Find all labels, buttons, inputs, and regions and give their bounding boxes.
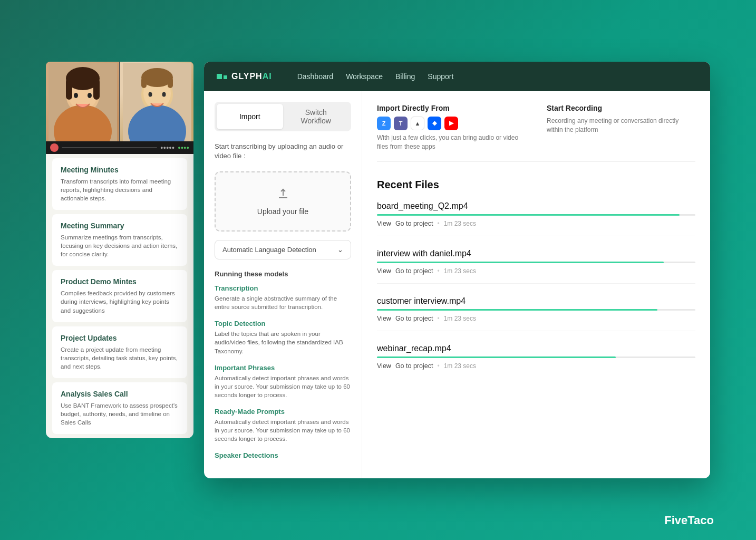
language-select[interactable]: Automatic Language Detection ⌄: [215, 240, 351, 259]
file-name: interview with daniel.mp4: [377, 249, 695, 258]
app-icon-teams[interactable]: T: [394, 117, 408, 130]
import-subtitle: Start transcribing by uploading an audio…: [215, 142, 351, 161]
svg-rect-7: [66, 79, 72, 100]
language-label: Automatic Language Detection: [222, 246, 316, 254]
file-item: board_meeting_Q2.mp4 View Go to project …: [377, 201, 695, 236]
app-icon-drive[interactable]: ▲: [411, 117, 424, 130]
workflow-card-title: Product Demo Mintes: [61, 277, 179, 286]
file-progress-bar: [377, 214, 680, 216]
app-icon-youtube[interactable]: ▶: [444, 117, 458, 130]
left-sidebar: ●●●●● ●●●● Meeting Minutes Transform tra…: [46, 62, 193, 478]
models-section-title: Running these models: [215, 270, 351, 278]
file-separator: •: [437, 220, 439, 227]
model-name: Speaker Detections: [215, 451, 351, 459]
file-project-action[interactable]: Go to project: [395, 220, 433, 227]
model-item: Ready-Made Prompts Automatically detect …: [215, 408, 351, 443]
import-directly-sub: With just a few clicks, you can bring au…: [377, 133, 526, 151]
file-view-action[interactable]: View: [377, 267, 391, 275]
file-name: board_meeting_Q2.mp4: [377, 201, 695, 211]
workflow-card-desc: Compiles feedback provided by customers …: [61, 289, 179, 314]
workflow-card-desc: Use BANT Framework to assess prospect's …: [61, 401, 179, 427]
video-controls: ●●●●● ●●●●: [46, 141, 193, 154]
file-progress: [377, 309, 695, 311]
model-item: Transcription Generate a single abstract…: [215, 284, 351, 311]
start-recording-section: Start Recording Recording any meeting or…: [547, 104, 695, 134]
svg-rect-17: [168, 78, 173, 88]
file-progress: [377, 356, 695, 358]
model-item: Topic Detection Label the topics that ar…: [215, 320, 351, 355]
file-meta: View Go to project • 1m 23 secs: [377, 362, 695, 370]
workflow-card[interactable]: Meeting Summary Summarize meetings from …: [52, 214, 187, 266]
video-frame-1: [46, 62, 119, 154]
model-name: Ready-Made Prompts: [215, 408, 351, 416]
file-view-action[interactable]: View: [377, 220, 391, 227]
workflow-card[interactable]: Product Demo Mintes Compiles feedback pr…: [52, 270, 187, 322]
import-directly-title: Import Directly From: [377, 104, 526, 112]
file-meta: View Go to project • 1m 23 secs: [377, 220, 695, 227]
logo-brand: GLYPH: [231, 72, 263, 81]
workflow-card-title: Meeting Summary: [61, 221, 179, 230]
workflow-card-desc: Transform transcripts into formal meetin…: [61, 177, 179, 202]
bottom-brand: FiveTaco: [664, 514, 714, 527]
import-directly-section: Import Directly From ZT▲◆▶ With just a f…: [377, 104, 695, 162]
logo-text: GLYPHAI: [231, 72, 272, 81]
model-name: Important Phrases: [215, 364, 351, 372]
file-view-action[interactable]: View: [377, 315, 391, 322]
workflow-card[interactable]: Analysis Sales Call Use BANT Framework t…: [52, 382, 187, 434]
file-project-action[interactable]: Go to project: [395, 267, 433, 275]
svg-point-5: [88, 93, 92, 98]
file-duration: 1m 23 secs: [444, 362, 476, 370]
logo-area: GLYPHAI: [217, 72, 272, 81]
app-window: GLYPHAI Dashboard Workspace Billing Supp…: [204, 62, 710, 478]
file-project-action[interactable]: Go to project: [395, 362, 433, 370]
models-container: Transcription Generate a single abstract…: [215, 284, 351, 459]
model-item: Important Phrases Automatically detect i…: [215, 364, 351, 399]
nav-link-workspace[interactable]: Workspace: [346, 72, 383, 81]
model-name: Topic Detection: [215, 320, 351, 327]
workflow-card-title: Meeting Minutes: [61, 166, 179, 174]
workflow-card[interactable]: Project Updates Create a project update …: [52, 326, 187, 378]
right-panel: Import Directly From ZT▲◆▶ With just a f…: [362, 91, 710, 478]
model-desc: Automatically detect important phrases a…: [215, 418, 351, 443]
file-name: webinar_recap.mp4: [377, 344, 695, 353]
import-directly-info: Import Directly From ZT▲◆▶ With just a f…: [377, 104, 526, 151]
svg-point-13: [148, 92, 152, 97]
file-progress-bar: [377, 309, 657, 311]
workflow-card-title: Analysis Sales Call: [61, 390, 179, 398]
file-view-action[interactable]: View: [377, 362, 391, 370]
file-item: webinar_recap.mp4 View Go to project • 1…: [377, 344, 695, 378]
logo-icon: [217, 73, 227, 79]
file-item: interview with daniel.mp4 View Go to pro…: [377, 249, 695, 284]
recent-files-title: Recent Files: [377, 179, 695, 191]
model-name: Transcription: [215, 284, 351, 292]
file-separator: •: [437, 362, 439, 370]
file-duration: 1m 23 secs: [444, 267, 476, 275]
model-desc: Label the topics that are spoken in your…: [215, 330, 351, 355]
model-desc: Generate a single abstractive summary of…: [215, 294, 351, 311]
workflow-card[interactable]: Meeting Minutes Transform transcripts in…: [52, 158, 187, 210]
app-icon-zoom[interactable]: Z: [377, 117, 391, 130]
app-icon-dropbox[interactable]: ◆: [428, 117, 441, 130]
nav-link-dashboard[interactable]: Dashboard: [297, 72, 334, 81]
content-area: Import Switch Workflow Start transcribin…: [204, 91, 710, 478]
file-separator: •: [437, 267, 439, 275]
nav-links: Dashboard Workspace Billing Support: [297, 72, 454, 81]
upload-icon: [226, 187, 340, 203]
upload-box[interactable]: Upload your file: [215, 171, 351, 232]
logo-ai: AI: [263, 72, 272, 81]
start-recording-desc: Recording any meeting or conversation di…: [547, 117, 695, 134]
file-duration: 1m 23 secs: [444, 220, 476, 227]
workflow-card-desc: Create a project update from meeting tra…: [61, 345, 179, 371]
svg-rect-8: [93, 79, 100, 100]
workflow-card-title: Project Updates: [61, 334, 179, 342]
upload-text: Upload your file: [226, 207, 340, 216]
file-item: customer interview.mp4 View Go to projec…: [377, 296, 695, 331]
tab-import[interactable]: Import: [217, 104, 283, 129]
control-dot-red: [50, 143, 59, 152]
file-name: customer interview.mp4: [377, 296, 695, 306]
nav-link-support[interactable]: Support: [428, 72, 453, 81]
model-item: Speaker Detections: [215, 451, 351, 459]
nav-link-billing[interactable]: Billing: [395, 72, 415, 81]
tab-switch-workflow[interactable]: Switch Workflow: [283, 104, 350, 129]
file-project-action[interactable]: Go to project: [395, 315, 433, 322]
